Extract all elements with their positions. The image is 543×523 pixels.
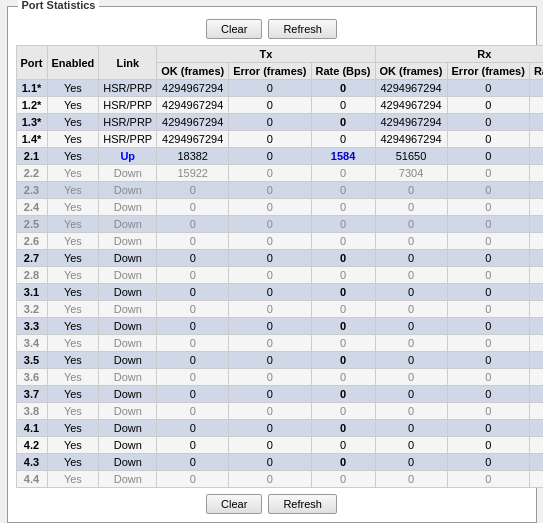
table-row: 1.4*YesHSR/PRP429496729400429496729400 (16, 131, 543, 148)
bottom-clear-button[interactable]: Clear (206, 494, 262, 514)
group-header-row: Port Enabled Link Tx Rx (16, 46, 543, 63)
col-header-port: Port (16, 46, 47, 80)
panel-title: Port Statistics (18, 0, 100, 11)
table-row: 4.3YesDown000000 (16, 454, 543, 471)
table-row: 3.2YesDown000000 (16, 301, 543, 318)
table-row: 2.6YesDown000000 (16, 233, 543, 250)
table-row: 1.1*YesHSR/PRP429496729400429496729400 (16, 80, 543, 97)
port-stats-table: Port Enabled Link Tx Rx OK (frames) Erro… (16, 45, 544, 488)
table-row: 3.4YesDown000000 (16, 335, 543, 352)
col-header-tx-ok: OK (frames) (157, 63, 229, 80)
table-row: 2.7YesDown000000 (16, 250, 543, 267)
table-row: 2.3YesDown000000 (16, 182, 543, 199)
col-header-rx-ok: OK (frames) (375, 63, 447, 80)
col-header-rx-err: Error (frames) (447, 63, 529, 80)
col-header-rx-group: Rx (375, 46, 543, 63)
col-header-tx-group: Tx (157, 46, 375, 63)
table-row: 2.4YesDown000000 (16, 199, 543, 216)
table-row: 2.8YesDown000000 (16, 267, 543, 284)
table-row: 2.5YesDown000000 (16, 216, 543, 233)
table-row: 4.1YesDown000000 (16, 420, 543, 437)
table-row: 3.3YesDown000000 (16, 318, 543, 335)
bottom-refresh-button[interactable]: Refresh (268, 494, 337, 514)
table-body: 1.1*YesHSR/PRP4294967294004294967294001.… (16, 80, 543, 488)
table-row: 1.3*YesHSR/PRP429496729400429496729400 (16, 114, 543, 131)
top-refresh-button[interactable]: Refresh (268, 19, 337, 39)
table-row: 3.6YesDown000000 (16, 369, 543, 386)
port-statistics-panel: Port Statistics Clear Refresh Port Enabl… (7, 6, 537, 523)
table-row: 2.2YesDown1592200730400 (16, 165, 543, 182)
table-row: 4.4YesDown000000 (16, 471, 543, 488)
table-row: 4.2YesDown000000 (16, 437, 543, 454)
table-row: 3.5YesDown000000 (16, 352, 543, 369)
table-row: 3.8YesDown000000 (16, 403, 543, 420)
table-row: 1.2*YesHSR/PRP429496729400429496729400 (16, 97, 543, 114)
table-row: 2.1YesUp18382015845165003925 (16, 148, 543, 165)
top-toolbar: Clear Refresh (16, 19, 528, 39)
top-clear-button[interactable]: Clear (206, 19, 262, 39)
table-row: 3.7YesDown000000 (16, 386, 543, 403)
col-header-enabled: Enabled (47, 46, 99, 80)
bottom-toolbar: Clear Refresh (16, 494, 528, 514)
col-header-tx-rate: Rate (Bps) (311, 63, 375, 80)
col-header-tx-err: Error (frames) (229, 63, 311, 80)
table-row: 3.1YesDown000000 (16, 284, 543, 301)
col-header-link: Link (99, 46, 157, 80)
col-header-rx-rate: Rate (Bps) (529, 63, 543, 80)
